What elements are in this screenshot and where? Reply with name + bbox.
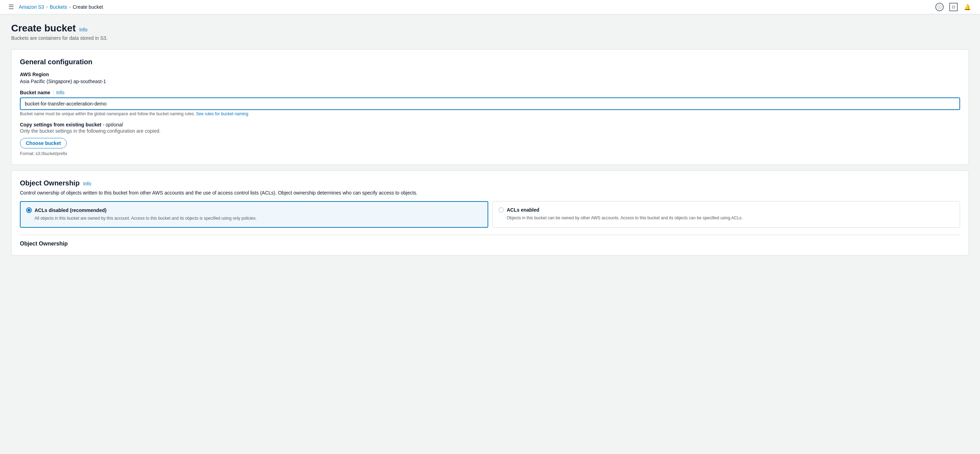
info-nav-icon[interactable]: ⓘ bbox=[935, 3, 944, 11]
breadcrumb-sep-1: › bbox=[46, 5, 48, 10]
acls-enabled-title: ACLs enabled bbox=[507, 207, 539, 213]
acls-enabled-header: ACLs enabled bbox=[498, 207, 954, 213]
page-subtitle: Buckets are containers for data stored i… bbox=[11, 35, 969, 41]
aws-region-label: AWS Region bbox=[20, 72, 960, 77]
page-title-row: Create bucket Info bbox=[11, 23, 969, 34]
page-title: Create bucket bbox=[11, 23, 76, 34]
field-divider bbox=[53, 90, 53, 95]
bucket-name-label: Bucket name bbox=[20, 90, 50, 96]
format-hint: Format: s3://bucket/prefix bbox=[20, 151, 960, 156]
acls-disabled-desc: All objects in this bucket are owned by … bbox=[26, 215, 482, 221]
object-ownership-info-link[interactable]: Info bbox=[83, 181, 91, 186]
acls-disabled-header: ACLs disabled (recommended) bbox=[26, 207, 482, 213]
bucket-name-label-row: Bucket name Info bbox=[20, 90, 960, 96]
ownership-sub-title: Object Ownership bbox=[20, 241, 960, 247]
acls-enabled-radio[interactable] bbox=[498, 207, 504, 213]
breadcrumb-amazon-s3[interactable]: Amazon S3 bbox=[19, 4, 44, 10]
aws-region-value: Asia Pacific (Singapore) ap-southeast-1 bbox=[20, 78, 960, 84]
breadcrumb: ☰ Amazon S3 › Buckets › Create bucket bbox=[8, 3, 103, 11]
acls-disabled-radio[interactable] bbox=[26, 207, 32, 213]
breadcrumb-buckets[interactable]: Buckets bbox=[49, 4, 67, 10]
breadcrumb-sep-2: › bbox=[69, 5, 70, 10]
bucket-naming-rules-link[interactable]: See rules for bucket naming bbox=[196, 112, 248, 116]
object-ownership-title-row: Object Ownership Info bbox=[20, 179, 960, 187]
acls-enabled-desc: Objects in this bucket can be owned by o… bbox=[498, 215, 954, 221]
general-config-card: General configuration AWS Region Asia Pa… bbox=[11, 49, 969, 165]
settings-nav-icon[interactable]: ⊟ bbox=[949, 3, 958, 11]
nav-icons: ⓘ ⊟ 🔔 bbox=[935, 3, 972, 11]
acls-enabled-card[interactable]: ACLs enabled Objects in this bucket can … bbox=[492, 201, 960, 228]
breadcrumb-create-bucket: Create bucket bbox=[73, 4, 103, 10]
acls-disabled-card[interactable]: ACLs disabled (recommended) All objects … bbox=[20, 201, 488, 228]
object-ownership-description: Control ownership of objects written to … bbox=[20, 190, 960, 196]
choose-bucket-button[interactable]: Choose bucket bbox=[20, 138, 67, 148]
copy-settings-label: Copy settings from existing bucket - opt… bbox=[20, 122, 960, 127]
page-info-link[interactable]: Info bbox=[79, 27, 87, 32]
acls-disabled-title: ACLs disabled (recommended) bbox=[35, 207, 107, 213]
main-content: Create bucket Info Buckets are container… bbox=[0, 14, 980, 269]
general-config-title: General configuration bbox=[20, 58, 960, 66]
breadcrumb-bar: ☰ Amazon S3 › Buckets › Create bucket ⓘ … bbox=[0, 0, 980, 14]
bucket-name-info-link[interactable]: Info bbox=[56, 90, 64, 96]
divider bbox=[20, 235, 960, 235]
object-ownership-card: Object Ownership Info Control ownership … bbox=[11, 170, 969, 256]
bucket-name-hint: Bucket name must be unique within the gl… bbox=[20, 112, 960, 116]
bucket-name-input[interactable] bbox=[20, 97, 960, 110]
bell-nav-icon[interactable]: 🔔 bbox=[963, 3, 972, 11]
hamburger-icon[interactable]: ☰ bbox=[8, 3, 14, 11]
object-ownership-title: Object Ownership bbox=[20, 179, 80, 187]
ownership-radio-cards: ACLs disabled (recommended) All objects … bbox=[20, 201, 960, 228]
copy-settings-sub: Only the bucket settings in the followin… bbox=[20, 128, 960, 134]
